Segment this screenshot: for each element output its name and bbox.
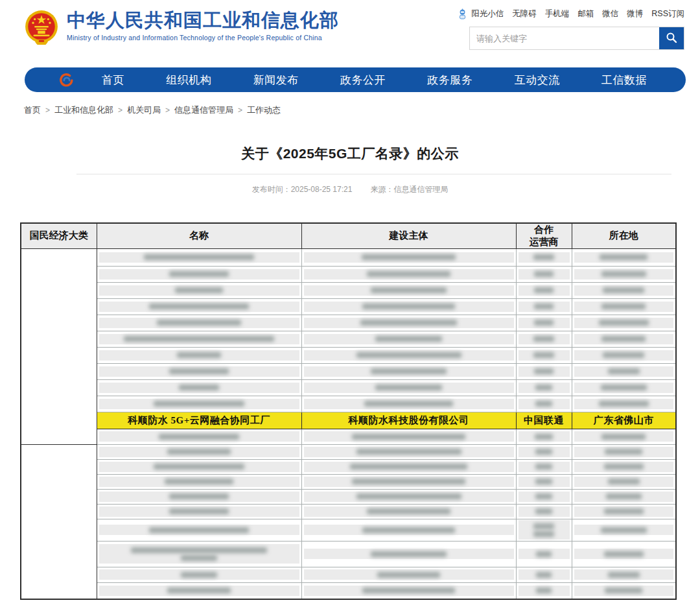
nav-item-4[interactable]: 政务服务 <box>427 73 472 88</box>
mascot-robot-icon[interactable] <box>458 8 467 19</box>
breadcrumb-item-0[interactable]: 首页 <box>24 105 41 115</box>
column-header-3: 合作 运营商 <box>516 223 572 248</box>
table-header-row: 国民经济大类名称建设主体合作 运营商所在地 <box>21 223 676 248</box>
redacted-cell <box>97 298 301 315</box>
redacted-cell <box>301 474 516 489</box>
redacted-cell <box>97 396 301 412</box>
redacted-cell <box>301 347 516 363</box>
utility-link-3[interactable]: 邮箱 <box>578 8 594 19</box>
redacted-cell <box>572 474 676 489</box>
table-body: 科顺防水 5G+云网融合协同工厂科顺防水科技股份有限公司中国联通广东省佛山市 <box>21 248 676 599</box>
redacted-cell <box>301 379 516 396</box>
redacted-cell <box>301 567 516 582</box>
redacted-row <box>21 331 676 347</box>
breadcrumb-separator: > <box>118 106 122 115</box>
redacted-cell <box>97 379 301 396</box>
redacted-cell <box>516 363 572 379</box>
redacted-cell <box>572 567 676 582</box>
breadcrumb-item-3[interactable]: 信息通信管理局 <box>174 105 233 115</box>
highlight-location: 广东省佛山市 <box>572 412 676 429</box>
national-emblem-icon <box>25 10 58 47</box>
redacted-row <box>21 379 676 396</box>
redacted-cell <box>301 266 516 282</box>
redacted-cell <box>572 331 676 347</box>
publish-time-label: 发布时间： <box>252 185 291 194</box>
redacted-cell <box>516 379 572 396</box>
redacted-cell <box>97 429 301 444</box>
nav-item-0[interactable]: 首页 <box>102 73 124 88</box>
utility-link-1[interactable]: 无障碍 <box>512 8 537 19</box>
utility-links: 阳光小信无障碍手机端邮箱微信微博RSS订阅 <box>469 8 684 19</box>
redacted-cell <box>572 541 676 567</box>
source-value: 信息通信管理局 <box>393 185 448 194</box>
redacted-row <box>21 396 676 412</box>
redacted-cell <box>301 519 516 541</box>
nav-item-6[interactable]: 工信数据 <box>601 73 647 88</box>
column-header-4: 所在地 <box>572 223 676 248</box>
redacted-row <box>21 541 676 567</box>
redacted-cell <box>572 504 676 519</box>
redacted-cell <box>516 331 572 347</box>
redacted-cell <box>516 429 572 444</box>
highlight-operator: 中国联通 <box>516 412 572 429</box>
search-input[interactable] <box>470 27 659 49</box>
utility-link-5[interactable]: 微博 <box>627 8 643 19</box>
redacted-row <box>21 504 676 519</box>
breadcrumb-item-1[interactable]: 工业和信息化部 <box>54 105 113 115</box>
header-right: 阳光小信无障碍手机端邮箱微信微博RSS订阅 <box>469 8 684 50</box>
redacted-cell <box>516 459 572 474</box>
search-button[interactable] <box>659 27 684 49</box>
breadcrumb-separator: > <box>165 106 170 115</box>
redacted-row <box>21 282 676 298</box>
redacted-cell <box>97 459 301 474</box>
article-meta: 发布时间：2025-08-25 17:21来源：信息通信管理局 <box>0 184 700 195</box>
nav-item-3[interactable]: 政务公开 <box>340 73 386 88</box>
redacted-cell <box>97 567 301 582</box>
nav-item-5[interactable]: 互动交流 <box>515 73 560 88</box>
redacted-cell <box>572 266 676 282</box>
redacted-cell <box>301 315 516 331</box>
utility-link-4[interactable]: 微信 <box>602 8 618 19</box>
brand-text: 中华人民共和国工业和信息化部 Ministry of Industry and … <box>67 10 339 42</box>
redacted-cell <box>301 489 516 504</box>
redacted-row <box>21 519 676 541</box>
nav-item-1[interactable]: 组织机构 <box>166 73 211 88</box>
utility-link-0[interactable]: 阳光小信 <box>471 8 504 19</box>
redacted-cell <box>516 582 572 599</box>
redacted-cell <box>97 474 301 489</box>
highlight-factory-name: 科顺防水 5G+云网融合协同工厂 <box>97 412 301 429</box>
highlighted-row: 科顺防水 5G+云网融合协同工厂科顺防水科技股份有限公司中国联通广东省佛山市 <box>21 412 676 429</box>
breadcrumb-item-4: 工作动态 <box>247 105 281 115</box>
redacted-row <box>21 363 676 379</box>
redacted-cell <box>301 331 516 347</box>
redacted-cell <box>97 331 301 347</box>
redacted-cell <box>301 459 516 474</box>
redacted-row <box>21 429 676 444</box>
nav-item-2[interactable]: 新闻发布 <box>253 73 299 88</box>
redacted-cell <box>97 266 301 282</box>
redacted-cell <box>97 489 301 504</box>
site-header: 中华人民共和国工业和信息化部 Ministry of Industry and … <box>0 0 700 65</box>
redacted-cell <box>572 347 676 363</box>
redacted-cell <box>97 315 301 331</box>
redacted-cell <box>572 489 676 504</box>
redacted-cell <box>97 444 301 459</box>
redacted-cell <box>572 379 676 396</box>
breadcrumb-item-2[interactable]: 机关司局 <box>127 105 161 115</box>
redacted-cell <box>301 363 516 379</box>
redacted-cell <box>572 363 676 379</box>
redacted-cell <box>301 248 516 266</box>
redacted-row <box>21 567 676 582</box>
redacted-cell <box>516 282 572 298</box>
redacted-row <box>21 248 676 266</box>
redacted-cell <box>516 504 572 519</box>
redacted-cell <box>97 347 301 363</box>
main-nav: 首页组织机构新闻发布政务公开政务服务互动交流工信数据 <box>25 67 686 92</box>
utility-link-2[interactable]: 手机端 <box>545 8 570 19</box>
site-logo-link[interactable]: 中华人民共和国工业和信息化部 Ministry of Industry and … <box>25 10 339 47</box>
redacted-row <box>21 474 676 489</box>
utility-link-6[interactable]: RSS订阅 <box>651 8 684 19</box>
redacted-cell <box>301 282 516 298</box>
redacted-row <box>21 444 676 459</box>
redacted-row <box>21 459 676 474</box>
